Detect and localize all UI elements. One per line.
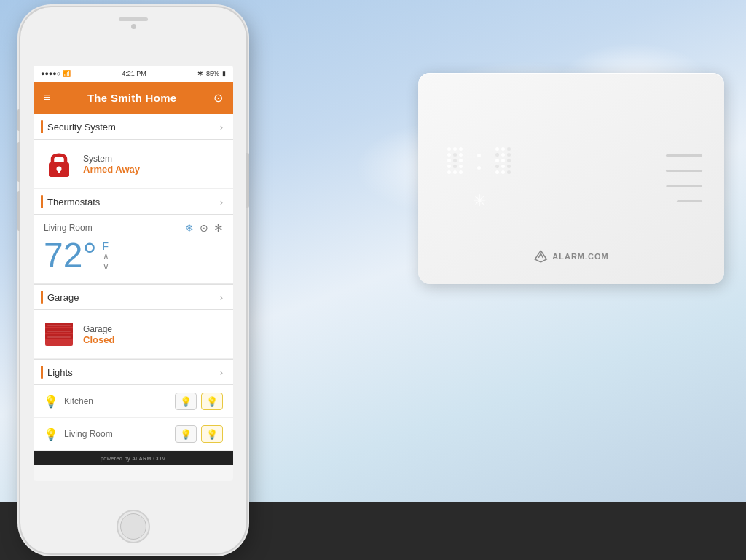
thermostats-chevron: ›	[220, 197, 223, 208]
temperature-value: 72°	[44, 238, 97, 273]
dot	[453, 165, 457, 168]
dot	[501, 170, 505, 174]
dot	[447, 170, 451, 174]
garage-section-header[interactable]: Garage ›	[34, 284, 233, 310]
dot	[459, 170, 463, 174]
colon-top	[477, 154, 481, 157]
phone-device: ●●●●○ 📶 4:21 PM ✱ 85% ▮ ≡ The Smith Home…	[20, 7, 246, 553]
dot	[495, 165, 499, 168]
dot	[453, 147, 457, 151]
garage-title: Garage	[47, 292, 79, 303]
hub-snowflake-icon: ✳	[473, 192, 486, 210]
dot	[507, 153, 511, 157]
smart-hub: ✳ ALARM.COM	[418, 73, 724, 306]
dot	[447, 147, 451, 151]
wifi-icon: 📶	[63, 70, 71, 77]
hub-line-3	[666, 185, 702, 187]
dot	[447, 165, 451, 168]
livingroom-on-button[interactable]: 💡	[201, 425, 223, 443]
garage-text: Garage Closed	[83, 324, 114, 345]
hub-left-dots	[447, 147, 463, 174]
status-right: ✱ 85% ▮	[197, 70, 226, 77]
temperature-row: 72° F ∧ ∨	[44, 238, 223, 273]
alarm-com-logo	[533, 249, 548, 264]
dot	[495, 159, 499, 162]
lock-icon	[44, 149, 74, 179]
garage-indicator	[41, 291, 43, 304]
security-chevron: ›	[220, 122, 223, 133]
status-bar: ●●●●○ 📶 4:21 PM ✱ 85% ▮	[34, 66, 233, 82]
phone-body: ●●●●○ 📶 4:21 PM ✱ 85% ▮ ≡ The Smith Home…	[20, 7, 246, 553]
kitchen-light-row[interactable]: 💡 Kitchen 💡 💡	[34, 385, 233, 418]
lights-header-left: Lights	[41, 366, 73, 379]
lights-title: Lights	[47, 367, 73, 378]
dot	[501, 165, 505, 168]
lights-chevron: ›	[220, 367, 223, 378]
dot	[453, 159, 457, 162]
garage-item-status: Closed	[83, 334, 114, 345]
livingroom-off-button[interactable]: 💡	[175, 425, 197, 443]
lights-indicator	[41, 366, 43, 379]
dot	[507, 165, 511, 168]
battery-icon: ▮	[222, 70, 226, 77]
temp-down-arrow[interactable]: ∨	[103, 262, 109, 271]
dot	[459, 147, 463, 151]
status-left: ●●●●○ 📶	[41, 70, 71, 77]
thermostat-header-left: Thermostats	[41, 195, 100, 208]
dot	[507, 170, 511, 174]
snowflake-icon: ❄	[185, 222, 194, 234]
security-item-status: Armed Away	[83, 164, 140, 175]
dot	[495, 147, 499, 151]
kitchen-light-left: 💡 Kitchen	[44, 395, 93, 409]
thermostat-top: Living Room ❄ ⊙ ✻	[44, 222, 223, 234]
dot	[453, 170, 457, 174]
status-time: 4:21 PM	[122, 70, 146, 77]
security-title: Security System	[47, 122, 116, 133]
mute-button	[17, 109, 20, 131]
temp-unit-arrows: F ∧ ∨	[103, 240, 109, 271]
hub-line-1	[666, 154, 702, 157]
menu-icon[interactable]: ≡	[44, 92, 50, 103]
dot	[507, 147, 511, 151]
kitchen-light-name: Kitchen	[64, 396, 93, 406]
powered-by-text: powered by ALARM.COM	[101, 456, 166, 461]
section-header-left: Security System	[41, 120, 116, 133]
livingroom-light-buttons[interactable]: 💡 💡	[175, 425, 223, 443]
thermostats-section-header[interactable]: Thermostats ›	[34, 189, 233, 215]
dot	[501, 147, 505, 151]
garage-svg	[44, 321, 74, 347]
garage-door-icon	[44, 319, 74, 350]
volume-up-button	[17, 142, 20, 182]
thermostat-content: Living Room ❄ ⊙ ✻ 72° F ∧ ∨	[34, 215, 233, 284]
hub-brand-text: ALARM.COM	[552, 252, 608, 261]
garage-chevron: ›	[220, 292, 223, 303]
security-row[interactable]: System Armed Away	[34, 140, 233, 189]
dot	[507, 159, 511, 162]
colon-bottom	[477, 166, 481, 170]
security-item-label: System	[83, 154, 140, 164]
hub-right-dots	[495, 147, 511, 174]
signal-dots: ●●●●○	[41, 70, 60, 77]
livingroom-light-name: Living Room	[64, 429, 113, 439]
dot	[501, 159, 505, 162]
hub-right-lines	[666, 154, 702, 202]
dot	[495, 170, 499, 174]
phone-top	[111, 17, 155, 26]
livingroom-light-row[interactable]: 💡 Living Room 💡 💡	[34, 418, 233, 451]
hub-display-area: ✳	[447, 147, 511, 210]
dot	[501, 153, 505, 157]
temperature-arrows[interactable]: ∧ ∨	[103, 252, 109, 271]
lights-section-header[interactable]: Lights ›	[34, 359, 233, 385]
kitchen-off-button[interactable]: 💡	[175, 393, 197, 410]
svg-rect-7	[47, 325, 71, 326]
home-button[interactable]	[117, 510, 150, 543]
security-text: System Armed Away	[83, 154, 140, 175]
temp-up-arrow[interactable]: ∧	[103, 252, 109, 261]
dot	[459, 159, 463, 162]
lock-svg	[46, 149, 72, 178]
security-section-header[interactable]: Security System ›	[34, 114, 233, 140]
kitchen-light-buttons[interactable]: 💡 💡	[175, 393, 223, 410]
garage-row[interactable]: Garage Closed	[34, 310, 233, 359]
history-icon[interactable]: ⊙	[213, 91, 223, 105]
kitchen-on-button[interactable]: 💡	[201, 393, 223, 410]
